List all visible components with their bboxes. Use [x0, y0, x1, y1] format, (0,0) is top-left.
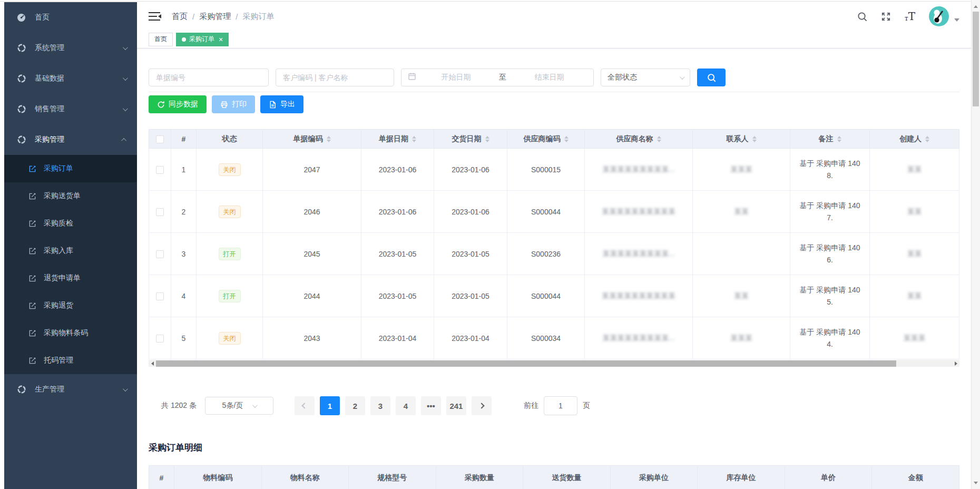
select-all-checkbox[interactable]	[156, 135, 164, 143]
col-header-remark[interactable]: 备注	[790, 130, 870, 149]
table-row[interactable]: 2 关闭 2046 2023-01-06 2023-01-06 S000044 …	[149, 191, 959, 233]
goto-page-input[interactable]	[544, 396, 577, 415]
search-button[interactable]	[697, 69, 726, 86]
date-range-picker[interactable]: 开始日期 至 结束日期	[401, 69, 594, 86]
scroll-right-arrow-icon[interactable]	[952, 361, 959, 366]
sidebar-item-home[interactable]: 首页	[4, 2, 137, 33]
doc-no-cell: 2043	[263, 317, 361, 359]
row-checkbox[interactable]	[156, 208, 164, 216]
sidebar-item-purchase-inbound[interactable]: 采购入库	[4, 237, 137, 265]
sidebar-item-system[interactable]: 系统管理	[4, 33, 137, 63]
page-button-1[interactable]: 1	[320, 396, 340, 415]
sort-icon[interactable]	[327, 136, 331, 142]
sort-icon[interactable]	[657, 136, 661, 142]
tag-home[interactable]: 首页	[149, 33, 173, 46]
sort-icon[interactable]	[925, 136, 929, 142]
col-header-delivery-date[interactable]: 交货日期	[434, 130, 507, 149]
scroll-down-arrow-icon[interactable]	[972, 478, 980, 487]
sidebar-item-label: 采购物料条码	[44, 328, 88, 338]
sidebar-item-purchase-delivery[interactable]: 采购送货单	[4, 182, 137, 210]
page-vertical-scrollbar[interactable]	[971, 0, 980, 489]
row-checkbox[interactable]	[156, 166, 164, 174]
sidebar-item-pallet-code[interactable]: 托码管理	[4, 347, 137, 374]
sidebar-item-basedata[interactable]: 基础数据	[4, 63, 137, 94]
fullscreen-icon[interactable]	[881, 12, 891, 22]
font-size-icon[interactable]: тT	[905, 11, 915, 22]
row-checkbox[interactable]	[156, 292, 164, 300]
start-date-placeholder[interactable]: 开始日期	[418, 73, 494, 82]
sidebar-item-sales[interactable]: 销售管理	[4, 94, 137, 124]
sidebar-item-purchase-qc[interactable]: 采购质检	[4, 210, 137, 237]
detail-table-wrap: # 物料编码 物料名称 规格型号 采购数量 送货数量 采购单位 库存单位 单价 …	[149, 465, 959, 489]
sidebar-item-label: 采购送货单	[44, 191, 81, 201]
page-button-2[interactable]: 2	[345, 396, 365, 415]
export-button[interactable]: 导出	[260, 95, 303, 113]
table-row[interactable]: 5 关闭 2043 2023-01-04 2023-01-04 S000034 …	[149, 317, 959, 359]
doc-no-input[interactable]	[149, 69, 269, 86]
page-button-3[interactable]: 3	[370, 396, 390, 415]
row-index: 2	[171, 191, 197, 233]
col-header-supplier-code[interactable]: 供应商编码	[507, 130, 585, 149]
calendar-icon	[408, 72, 416, 83]
col-header-supplier-name[interactable]: 供应商名称	[585, 130, 693, 149]
breadcrumb-purchase[interactable]: 采购管理	[199, 12, 231, 22]
sidebar-item-label: 采购管理	[35, 135, 64, 144]
prev-page-button[interactable]	[295, 396, 315, 415]
sort-icon[interactable]	[752, 136, 757, 142]
contact-cell: 某某某	[693, 317, 790, 359]
sidebar-item-label: 采购退货	[44, 301, 73, 310]
end-date-placeholder[interactable]: 结束日期	[512, 73, 587, 82]
sidebar-item-return-request[interactable]: 退货申请单	[4, 265, 137, 292]
search-icon[interactable]	[857, 12, 867, 22]
scroll-up-arrow-icon[interactable]	[972, 2, 980, 11]
sort-icon[interactable]	[837, 136, 841, 142]
sidebar-item-purchase-return[interactable]: 采购退货	[4, 292, 137, 319]
page-button-241[interactable]: 241	[446, 396, 466, 415]
status-select[interactable]: 全部状态	[601, 69, 690, 86]
detail-section-title: 采购订单明细	[149, 442, 959, 454]
row-checkbox[interactable]	[156, 250, 164, 258]
col-header-creator[interactable]: 创建人	[870, 130, 959, 149]
sidebar-item-material-barcode[interactable]: 采购物料条码	[4, 319, 137, 347]
table-horizontal-scrollbar[interactable]	[149, 360, 959, 367]
sidebar-item-purchase[interactable]: 采购管理	[4, 124, 137, 155]
page-button-4[interactable]: 4	[396, 396, 416, 415]
row-checkbox[interactable]	[156, 335, 164, 343]
page-ellipsis[interactable]: •••	[421, 396, 441, 415]
supplier-name-cell: 某某某某某某某某某...	[585, 317, 693, 359]
chevron-down-icon	[680, 74, 685, 80]
next-page-button[interactable]	[472, 396, 492, 415]
col-header-doc-no[interactable]: 单据编码	[263, 130, 361, 149]
chevron-down-icon	[123, 45, 128, 50]
sort-icon[interactable]	[485, 136, 489, 142]
table-row[interactable]: 3 打开 2045 2023-01-05 2023-01-05 S000236 …	[149, 233, 959, 275]
sync-data-button[interactable]: 同步数据	[149, 95, 207, 113]
sort-icon[interactable]	[412, 136, 416, 142]
customer-input[interactable]	[276, 69, 394, 86]
detail-col-delivery-qty: 送货数量	[523, 466, 611, 489]
caret-down-icon[interactable]	[954, 18, 959, 22]
col-header-contact[interactable]: 联系人	[693, 130, 790, 149]
sidebar-item-production[interactable]: 生产管理	[4, 374, 137, 405]
col-header-doc-date[interactable]: 单据日期	[361, 130, 434, 149]
creator-cell: 某某	[870, 275, 959, 317]
refresh-icon	[157, 101, 165, 109]
orders-table-wrap: # 状态 单据编码 单据日期 交货日期 供应商编码 供应商名称 联系人 备注 创…	[149, 129, 959, 367]
horizontal-scrollbar-thumb[interactable]	[156, 360, 896, 367]
close-icon[interactable]: ×	[219, 36, 223, 43]
horizontal-scrollbar-track[interactable]	[156, 360, 952, 367]
vertical-scrollbar-thumb[interactable]	[973, 12, 979, 106]
user-menu[interactable]	[929, 6, 959, 26]
table-row[interactable]: 4 打开 2044 2023-01-05 2023-01-05 S000044 …	[149, 275, 959, 317]
sidebar-fold-icon[interactable]	[149, 12, 161, 21]
table-row[interactable]: 1 关闭 2047 2023-01-06 2023-01-06 S000015 …	[149, 149, 959, 191]
avatar[interactable]	[929, 6, 949, 26]
sort-icon[interactable]	[564, 136, 569, 142]
scroll-left-arrow-icon[interactable]	[149, 361, 156, 366]
print-button[interactable]: 打印	[212, 95, 255, 113]
sidebar-item-purchase-order[interactable]: 采购订单	[4, 155, 137, 182]
page-size-select[interactable]: 5条/页	[205, 397, 273, 415]
tag-purchase-order[interactable]: 采购订单 ×	[176, 33, 229, 46]
breadcrumb-home[interactable]: 首页	[172, 12, 188, 22]
edit-icon	[28, 275, 36, 282]
